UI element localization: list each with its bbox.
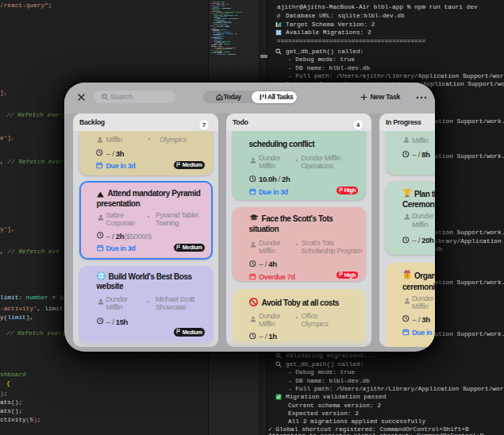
svg-text:1: 1 (406, 273, 409, 278)
